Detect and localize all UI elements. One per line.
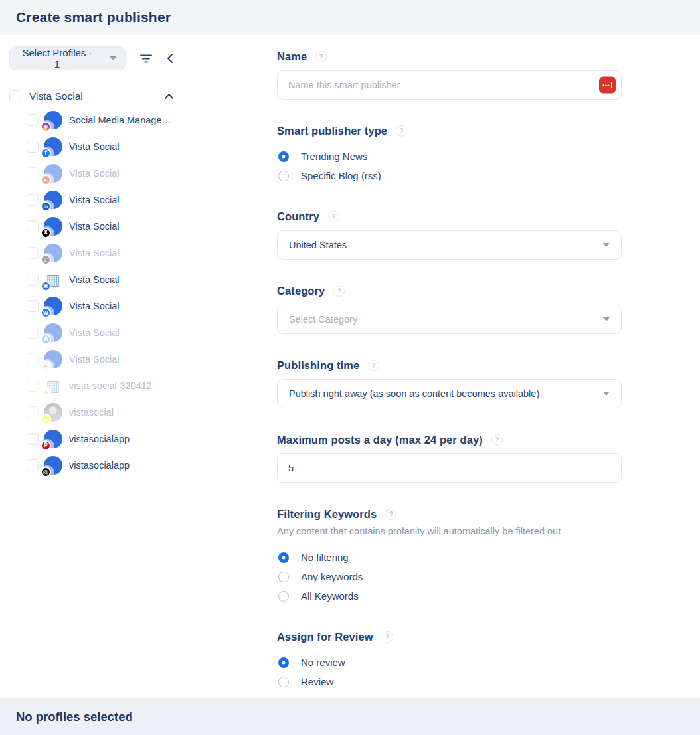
help-icon[interactable]: ?	[368, 360, 379, 371]
profile-row[interactable]: P vistasocialapp	[9, 426, 173, 452]
radio-label: All Keywords	[301, 590, 359, 602]
profile-avatar: ☁	[44, 403, 62, 422]
help-icon[interactable]: ?	[396, 125, 407, 137]
profile-checkbox[interactable]	[27, 220, 39, 232]
profile-checkbox[interactable]	[27, 406, 39, 418]
radio-icon[interactable]	[278, 171, 289, 181]
profile-checkbox[interactable]	[27, 300, 39, 312]
profile-row[interactable]: ▶ Vista Social	[9, 346, 173, 372]
profile-row[interactable]: ☁ vistasocial	[9, 399, 173, 426]
profile-list: ◉ Social Media Managem… f Vista Social	[9, 107, 173, 479]
lastpass-icon[interactable]: •••	[599, 77, 616, 94]
radio-icon[interactable]	[278, 151, 289, 162]
profile-checkbox[interactable]	[27, 167, 39, 179]
profile-checkbox[interactable]	[27, 114, 39, 126]
group-checkbox[interactable]	[9, 90, 21, 102]
section-assign-for-review: Assign for Review ? No review	[277, 631, 622, 691]
help-icon[interactable]: ?	[328, 211, 339, 222]
radio-option[interactable]: No review	[277, 653, 622, 672]
section-smart-publisher-type: Smart publisher type ? Trending News	[277, 125, 622, 185]
radio-option[interactable]: All Keywords	[277, 586, 622, 606]
facebook-icon: f	[41, 148, 51, 159]
section-name: Name ? •••	[277, 50, 622, 100]
country-select[interactable]: United States	[277, 230, 622, 260]
select-profiles-button[interactable]: Select Profiles · 1	[9, 46, 126, 70]
profile-row[interactable]: ▶ Vista Social	[9, 160, 173, 187]
chevron-left-icon	[167, 54, 173, 63]
radio-icon[interactable]	[278, 572, 289, 582]
profile-name: Vista Social	[69, 221, 120, 232]
profile-checkbox[interactable]	[27, 274, 39, 286]
profile-avatar: ılı	[44, 376, 62, 395]
threads-icon: @	[41, 467, 51, 477]
profile-row[interactable]: w Vista Social	[9, 293, 173, 319]
profile-avatar: ▶	[44, 164, 62, 183]
collapse-sidebar-button[interactable]	[167, 54, 173, 63]
help-icon[interactable]: ?	[385, 509, 396, 520]
radio-option[interactable]: No filtering	[277, 548, 622, 567]
help-icon[interactable]: ?	[491, 434, 503, 446]
radio-option[interactable]: Review	[277, 672, 622, 691]
profile-checkbox[interactable]	[27, 327, 39, 339]
help-icon[interactable]: ?	[382, 631, 393, 643]
section-publishing-time: Publishing time ? Publish right away (as…	[277, 359, 622, 408]
category-placeholder: Select Category	[289, 314, 357, 325]
radio-option[interactable]: Trending News	[277, 147, 622, 166]
create-smart-publisher-page: Create smart publisher Select Profiles ·…	[0, 0, 700, 735]
profile-checkbox[interactable]	[27, 459, 39, 471]
instagram-icon: ◉	[41, 122, 51, 132]
profile-row[interactable]: ♪ Vista Social	[9, 240, 173, 266]
help-icon[interactable]: ?	[333, 286, 345, 297]
category-select[interactable]: Select Category	[277, 305, 622, 334]
max-posts-input[interactable]	[277, 453, 622, 483]
name-label: Name	[277, 50, 307, 63]
profile-row[interactable]: ◉ Social Media Managem…	[9, 107, 173, 133]
profile-row[interactable]: X Vista Social	[9, 213, 173, 240]
radio-icon[interactable]	[278, 657, 289, 668]
chevron-up-icon[interactable]	[165, 94, 173, 99]
tiktok-icon: ♪	[41, 254, 51, 265]
help-icon[interactable]: ?	[315, 51, 327, 62]
profile-name: Vista Social	[69, 354, 120, 365]
profile-row[interactable]: A Vista Social	[9, 319, 173, 346]
profile-avatar: ▣	[44, 270, 62, 289]
radio-option[interactable]: Any keywords	[277, 567, 622, 586]
radio-option[interactable]: Specific Blog (rss)	[277, 166, 622, 185]
profile-checkbox[interactable]	[27, 141, 39, 153]
radio-label: No filtering	[301, 552, 349, 563]
footer-status-bar: No profiles selected	[0, 698, 700, 735]
chevron-down-icon	[110, 56, 116, 60]
review-label: Assign for Review	[277, 631, 373, 643]
name-input[interactable]	[277, 70, 622, 100]
profile-group-header[interactable]: Vista Social	[9, 90, 173, 102]
profile-checkbox[interactable]	[27, 194, 39, 206]
profile-row[interactable]: f Vista Social	[9, 133, 173, 160]
publishing-time-label: Publishing time	[277, 359, 359, 372]
profile-name: Vista Social	[69, 141, 120, 152]
publishing-time-select[interactable]: Publish right away (as soon as content b…	[277, 379, 622, 408]
profile-checkbox[interactable]	[27, 247, 39, 259]
profile-checkbox[interactable]	[27, 353, 39, 365]
profile-checkbox[interactable]	[27, 433, 39, 445]
profile-name: Vista Social	[69, 168, 120, 179]
radio-icon[interactable]	[278, 591, 289, 602]
radio-icon[interactable]	[278, 552, 289, 563]
publishing-time-value: Publish right away (as soon as content b…	[289, 388, 539, 399]
page-title: Create smart publisher	[16, 9, 171, 25]
radio-label: Trending News	[301, 151, 367, 162]
profile-row[interactable]: @ vistasocialapp	[9, 452, 173, 479]
chevron-down-icon	[603, 317, 610, 321]
radio-icon[interactable]	[278, 677, 289, 687]
profile-row[interactable]: ▣ Vista Social	[9, 266, 173, 293]
filter-profiles-button[interactable]	[139, 54, 153, 64]
profile-row[interactable]: in Vista Social	[9, 187, 173, 213]
filtering-description: Any content that contains profanity will…	[277, 526, 622, 536]
filtering-radio-group: No filtering Any keywords All Keywords	[277, 546, 622, 606]
profiles-sidebar: Select Profiles · 1	[0, 35, 183, 698]
snapchat-icon: ☁	[41, 414, 51, 424]
profile-checkbox[interactable]	[27, 380, 39, 392]
max-posts-label: Maximum posts a day (max 24 per day)	[277, 434, 483, 446]
profile-avatar: ◉	[44, 111, 62, 129]
chevron-down-icon	[603, 392, 610, 396]
profile-row[interactable]: ılı vista-social-320412	[9, 372, 173, 399]
